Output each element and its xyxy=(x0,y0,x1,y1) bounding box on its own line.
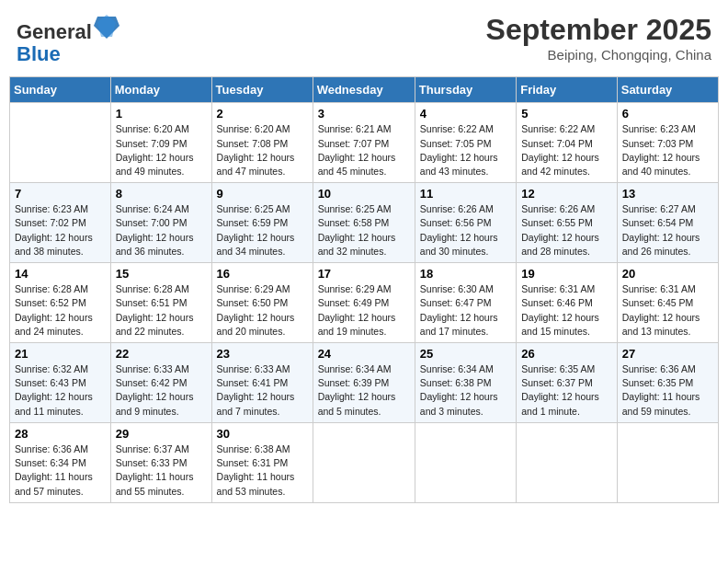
day-info: Sunrise: 6:24 AMSunset: 7:00 PMDaylight:… xyxy=(116,202,207,259)
day-info: Sunrise: 6:22 AMSunset: 7:04 PMDaylight:… xyxy=(521,122,612,178)
day-info: Sunrise: 6:34 AMSunset: 6:38 PMDaylight:… xyxy=(420,362,511,419)
day-number: 23 xyxy=(217,347,308,361)
calendar-cell xyxy=(415,422,516,502)
week-row-1: 1Sunrise: 6:20 AMSunset: 7:09 PMDaylight… xyxy=(10,103,719,183)
calendar-cell: 23Sunrise: 6:33 AMSunset: 6:41 PMDayligh… xyxy=(211,343,313,423)
calendar-cell xyxy=(617,422,718,502)
weekday-header-monday: Monday xyxy=(110,77,211,103)
day-info: Sunrise: 6:28 AMSunset: 6:51 PMDaylight:… xyxy=(116,282,207,339)
day-info: Sunrise: 6:20 AMSunset: 7:08 PMDaylight:… xyxy=(217,122,308,178)
day-info: Sunrise: 6:30 AMSunset: 6:47 PMDaylight:… xyxy=(420,282,511,339)
day-number: 14 xyxy=(15,267,106,281)
weekday-header-row: SundayMondayTuesdayWednesdayThursdayFrid… xyxy=(10,77,719,103)
calendar-cell xyxy=(517,422,618,502)
weekday-header-saturday: Saturday xyxy=(617,77,718,103)
day-number: 15 xyxy=(116,267,207,281)
week-row-2: 7Sunrise: 6:23 AMSunset: 7:02 PMDaylight… xyxy=(10,183,719,263)
day-number: 7 xyxy=(15,187,106,201)
day-number: 26 xyxy=(521,347,612,361)
calendar-cell: 8Sunrise: 6:24 AMSunset: 7:00 PMDaylight… xyxy=(110,183,211,263)
day-number: 19 xyxy=(521,267,612,281)
week-row-4: 21Sunrise: 6:32 AMSunset: 6:43 PMDayligh… xyxy=(10,343,719,423)
day-info: Sunrise: 6:32 AMSunset: 6:43 PMDaylight:… xyxy=(15,362,106,419)
calendar-cell: 1Sunrise: 6:20 AMSunset: 7:09 PMDaylight… xyxy=(110,103,211,183)
day-info: Sunrise: 6:34 AMSunset: 6:39 PMDaylight:… xyxy=(318,362,410,419)
logo: General Blue xyxy=(17,13,119,65)
day-info: Sunrise: 6:21 AMSunset: 7:07 PMDaylight:… xyxy=(318,122,410,178)
calendar-cell: 18Sunrise: 6:30 AMSunset: 6:47 PMDayligh… xyxy=(415,263,516,343)
day-info: Sunrise: 6:28 AMSunset: 6:52 PMDaylight:… xyxy=(15,282,106,339)
calendar-cell: 21Sunrise: 6:32 AMSunset: 6:43 PMDayligh… xyxy=(10,343,111,423)
weekday-header-sunday: Sunday xyxy=(10,77,111,103)
calendar-cell: 6Sunrise: 6:23 AMSunset: 7:03 PMDaylight… xyxy=(617,103,718,183)
weekday-header-wednesday: Wednesday xyxy=(313,77,415,103)
day-info: Sunrise: 6:26 AMSunset: 6:55 PMDaylight:… xyxy=(521,202,612,259)
day-number: 8 xyxy=(116,187,207,201)
day-number: 18 xyxy=(420,267,511,281)
weekday-header-thursday: Thursday xyxy=(415,77,516,103)
day-info: Sunrise: 6:27 AMSunset: 6:54 PMDaylight:… xyxy=(622,202,713,259)
calendar-cell: 5Sunrise: 6:22 AMSunset: 7:04 PMDaylight… xyxy=(517,103,618,183)
day-info: Sunrise: 6:36 AMSunset: 6:35 PMDaylight:… xyxy=(622,362,713,419)
calendar-cell: 29Sunrise: 6:37 AMSunset: 6:33 PMDayligh… xyxy=(110,422,211,502)
calendar-cell: 20Sunrise: 6:31 AMSunset: 6:45 PMDayligh… xyxy=(617,263,718,343)
calendar-cell: 25Sunrise: 6:34 AMSunset: 6:38 PMDayligh… xyxy=(415,343,516,423)
day-info: Sunrise: 6:25 AMSunset: 6:58 PMDaylight:… xyxy=(318,202,410,259)
day-number: 13 xyxy=(622,187,713,201)
day-number: 2 xyxy=(217,107,308,121)
title-block: September 2025 Beiping, Chongqing, China xyxy=(486,13,711,63)
calendar-cell: 28Sunrise: 6:36 AMSunset: 6:34 PMDayligh… xyxy=(10,422,111,502)
day-number: 20 xyxy=(622,267,713,281)
week-row-5: 28Sunrise: 6:36 AMSunset: 6:34 PMDayligh… xyxy=(10,422,719,502)
day-info: Sunrise: 6:33 AMSunset: 6:41 PMDaylight:… xyxy=(217,362,308,419)
day-info: Sunrise: 6:37 AMSunset: 6:33 PMDaylight:… xyxy=(116,442,207,499)
logo-icon xyxy=(94,13,119,39)
calendar-cell: 24Sunrise: 6:34 AMSunset: 6:39 PMDayligh… xyxy=(313,343,415,423)
month-title: September 2025 xyxy=(486,13,711,47)
calendar-cell: 22Sunrise: 6:33 AMSunset: 6:42 PMDayligh… xyxy=(110,343,211,423)
calendar-cell: 17Sunrise: 6:29 AMSunset: 6:49 PMDayligh… xyxy=(313,263,415,343)
calendar-cell: 10Sunrise: 6:25 AMSunset: 6:58 PMDayligh… xyxy=(313,183,415,263)
calendar-cell xyxy=(10,103,111,183)
day-number: 17 xyxy=(318,267,410,281)
day-info: Sunrise: 6:36 AMSunset: 6:34 PMDaylight:… xyxy=(15,442,106,499)
day-info: Sunrise: 6:38 AMSunset: 6:31 PMDaylight:… xyxy=(217,442,308,499)
day-info: Sunrise: 6:23 AMSunset: 7:02 PMDaylight:… xyxy=(15,202,106,259)
day-info: Sunrise: 6:20 AMSunset: 7:09 PMDaylight:… xyxy=(116,122,207,178)
page-header: General Blue September 2025 Beiping, Cho… xyxy=(9,9,719,69)
day-number: 25 xyxy=(420,347,511,361)
day-info: Sunrise: 6:26 AMSunset: 6:56 PMDaylight:… xyxy=(420,202,511,259)
weekday-header-friday: Friday xyxy=(517,77,618,103)
calendar-cell: 11Sunrise: 6:26 AMSunset: 6:56 PMDayligh… xyxy=(415,183,516,263)
day-number: 4 xyxy=(420,107,511,121)
calendar-cell: 2Sunrise: 6:20 AMSunset: 7:08 PMDaylight… xyxy=(211,103,313,183)
calendar-cell: 19Sunrise: 6:31 AMSunset: 6:46 PMDayligh… xyxy=(517,263,618,343)
day-number: 30 xyxy=(217,427,308,441)
day-number: 6 xyxy=(622,107,713,121)
calendar-cell: 12Sunrise: 6:26 AMSunset: 6:55 PMDayligh… xyxy=(517,183,618,263)
day-info: Sunrise: 6:31 AMSunset: 6:45 PMDaylight:… xyxy=(622,282,713,339)
calendar-cell xyxy=(313,422,415,502)
calendar-cell: 14Sunrise: 6:28 AMSunset: 6:52 PMDayligh… xyxy=(10,263,111,343)
calendar-cell: 15Sunrise: 6:28 AMSunset: 6:51 PMDayligh… xyxy=(110,263,211,343)
day-number: 22 xyxy=(116,347,207,361)
day-number: 12 xyxy=(521,187,612,201)
day-number: 28 xyxy=(15,427,106,441)
day-info: Sunrise: 6:31 AMSunset: 6:46 PMDaylight:… xyxy=(521,282,612,339)
logo-text: General Blue xyxy=(17,13,119,65)
calendar-cell: 13Sunrise: 6:27 AMSunset: 6:54 PMDayligh… xyxy=(617,183,718,263)
day-info: Sunrise: 6:33 AMSunset: 6:42 PMDaylight:… xyxy=(116,362,207,419)
day-number: 1 xyxy=(116,107,207,121)
day-info: Sunrise: 6:23 AMSunset: 7:03 PMDaylight:… xyxy=(622,122,713,178)
day-number: 24 xyxy=(318,347,410,361)
day-info: Sunrise: 6:29 AMSunset: 6:49 PMDaylight:… xyxy=(318,282,410,339)
day-info: Sunrise: 6:35 AMSunset: 6:37 PMDaylight:… xyxy=(521,362,612,419)
day-number: 11 xyxy=(420,187,511,201)
calendar-cell: 27Sunrise: 6:36 AMSunset: 6:35 PMDayligh… xyxy=(617,343,718,423)
calendar-cell: 30Sunrise: 6:38 AMSunset: 6:31 PMDayligh… xyxy=(211,422,313,502)
calendar-cell: 26Sunrise: 6:35 AMSunset: 6:37 PMDayligh… xyxy=(517,343,618,423)
day-number: 29 xyxy=(116,427,207,441)
day-number: 10 xyxy=(318,187,410,201)
location-subtitle: Beiping, Chongqing, China xyxy=(486,47,711,63)
calendar-cell: 4Sunrise: 6:22 AMSunset: 7:05 PMDaylight… xyxy=(415,103,516,183)
